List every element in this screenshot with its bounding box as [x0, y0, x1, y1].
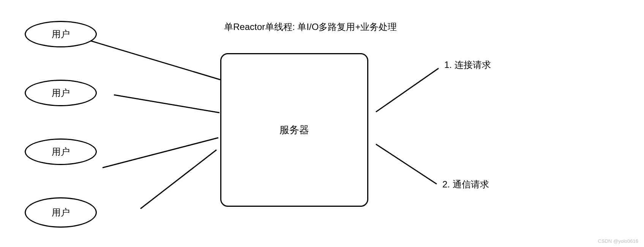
user-node-1: 用户: [25, 21, 97, 47]
user-node-2: 用户: [25, 80, 97, 106]
diagram-title: 单Reactor单线程: 单I/O多路复用+业务处理: [224, 21, 397, 33]
user-label: 用户: [52, 28, 70, 40]
server-node: 服务器: [220, 53, 368, 207]
user-label: 用户: [52, 206, 70, 219]
svg-line-4: [376, 68, 439, 112]
watermark: CSDN @yolo0616: [598, 238, 638, 244]
svg-line-2: [103, 138, 218, 168]
user-label: 用户: [52, 146, 70, 158]
svg-line-3: [140, 150, 216, 209]
user-label: 用户: [52, 87, 70, 99]
svg-line-5: [376, 144, 437, 184]
server-label: 服务器: [279, 123, 309, 137]
user-node-3: 用户: [25, 138, 97, 165]
svg-line-1: [114, 95, 219, 113]
annotation-comm-request: 2. 通信请求: [442, 178, 489, 190]
annotation-connect-request: 1. 连接请求: [444, 59, 491, 71]
svg-line-0: [87, 40, 220, 80]
user-node-4: 用户: [25, 197, 97, 228]
